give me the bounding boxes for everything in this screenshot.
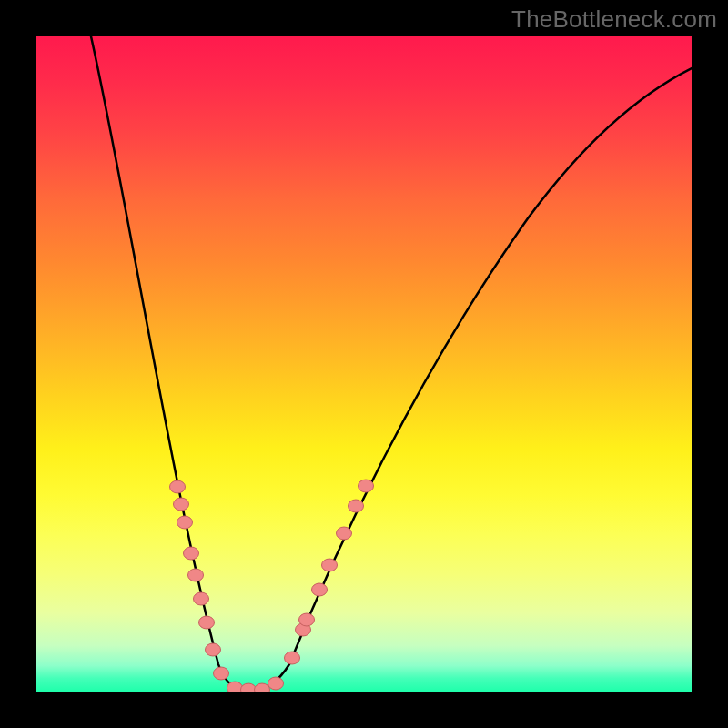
data-marker (194, 592, 209, 605)
data-marker (268, 677, 284, 690)
curve-right-branch (250, 68, 692, 691)
data-marker (188, 569, 204, 581)
data-marker (241, 683, 257, 692)
data-marker (299, 613, 315, 626)
data-marker (184, 547, 199, 560)
data-marker (359, 480, 374, 492)
data-marker (255, 683, 270, 692)
data-marker (228, 682, 243, 692)
data-marker (312, 583, 328, 596)
data-marker (322, 559, 338, 571)
data-marker (199, 616, 215, 629)
data-marker (285, 652, 300, 664)
data-marker (170, 480, 186, 493)
data-marker (174, 498, 189, 511)
watermark-text: TheBottleneck.com (511, 5, 717, 34)
plot-area (36, 36, 692, 692)
data-marker (206, 643, 221, 656)
curve-left-branch (91, 36, 250, 691)
data-marker (349, 500, 364, 512)
data-marker (337, 527, 352, 540)
curve-group (91, 36, 692, 691)
data-marker (214, 667, 229, 680)
chart-svg (36, 36, 692, 692)
data-marker (177, 516, 193, 529)
chart-frame: TheBottleneck.com (0, 0, 728, 728)
